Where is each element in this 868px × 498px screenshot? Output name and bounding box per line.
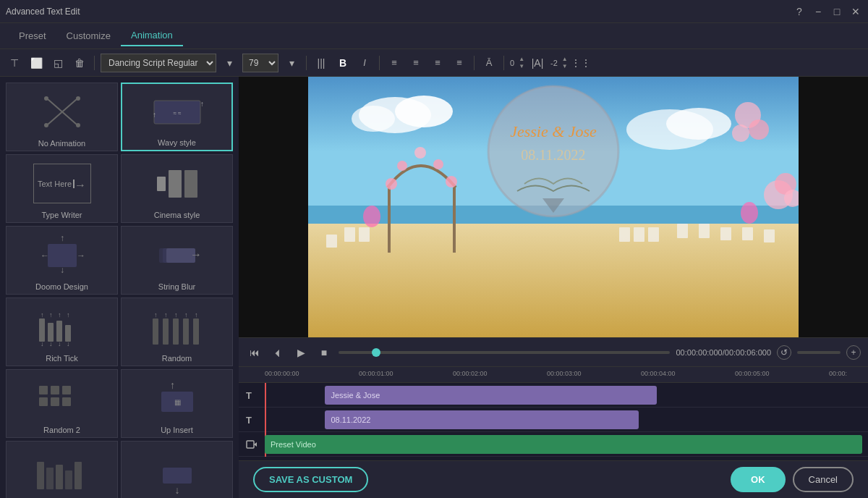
svg-rect-23 (39, 318, 45, 342)
track-content-text-1[interactable]: Jessie & Jose (265, 383, 868, 407)
animation-item-type-writer[interactable]: Text Here → Type Writer (6, 154, 118, 223)
svg-text:↑: ↑ (195, 311, 198, 318)
ok-button[interactable]: OK (731, 467, 786, 492)
delete-icon[interactable]: 🗑 (71, 54, 88, 72)
animation-item-bottom-1[interactable] (6, 441, 118, 498)
animation-item-random-2[interactable]: Random 2 (6, 369, 118, 438)
toolbar: ⊤ ⬜ ◱ 🗑 Dancing Script Regular ▾ 79 ▾ ||… (0, 49, 868, 77)
animation-item-no-animation[interactable]: No Animation (6, 83, 118, 151)
animation-label-string-blur: String Blur (158, 282, 195, 291)
svg-text:≈ ≈: ≈ ≈ (173, 110, 182, 117)
svg-text:→: → (77, 250, 85, 261)
spacing-stepper[interactable]: ▲ ▼ (562, 56, 568, 69)
svg-text:↓: ↓ (60, 265, 64, 275)
crop-icon[interactable]: ⬜ (27, 54, 45, 72)
italic-button[interactable]: I (356, 54, 373, 72)
align-justify-button[interactable]: ≡ (451, 54, 468, 72)
svg-text:↑: ↑ (49, 311, 53, 318)
right-panel: Jessie & Jose 08.11.2022 (239, 77, 868, 498)
clip-jessie-jose[interactable]: Jessie & Jose (325, 386, 657, 405)
track-content-text-2[interactable]: 08.11.2022 (265, 408, 868, 431)
svg-rect-37 (163, 318, 169, 345)
cursor: Text Here (38, 180, 75, 188)
svg-point-70 (433, 159, 443, 169)
separator-4 (474, 56, 475, 70)
animation-panel: No Animation ≈ ≈ ↑ ↑ Wavy style Text Her… (0, 77, 239, 498)
text-spacing-icon[interactable]: ||| (312, 54, 330, 72)
animation-item-wavy-style[interactable]: ≈ ≈ ↑ ↑ Wavy style (121, 83, 233, 151)
svg-point-84 (741, 202, 758, 224)
no-animation-thumb (9, 86, 114, 138)
animation-item-random[interactable]: ↑ ↑ ↑ ↑ ↑ Random (121, 297, 233, 366)
track-row-video: Preset Video (239, 432, 868, 457)
clip-preset-video[interactable]: Preset Video (265, 435, 862, 454)
svg-rect-41 (39, 386, 48, 394)
svg-rect-40 (193, 318, 199, 345)
cancel-button[interactable]: Cancel (793, 467, 854, 492)
random-thumb: ↑ ↑ ↑ ↑ ↑ (124, 301, 229, 353)
animation-item-cinema-style[interactable]: Cinema style (121, 154, 233, 223)
animation-label-random-2: Random 2 (43, 426, 80, 434)
animation-label-wavy-style: Wavy style (158, 138, 196, 147)
svg-point-83 (363, 206, 380, 227)
svg-rect-55 (163, 468, 192, 484)
animation-item-up-insert[interactable]: ↑ ▦ Up Insert (121, 369, 233, 438)
font-size-dropdown-icon[interactable]: ▾ (283, 54, 300, 72)
stroke-button[interactable]: Ā (480, 54, 498, 72)
animation-item-doomo-design[interactable]: ↑ ↓ ← → Doomo Design (6, 226, 118, 295)
fullscreen-button[interactable]: + (846, 345, 861, 360)
svg-point-3 (76, 96, 80, 101)
animation-item-rich-tick[interactable]: ↑ ↑ ↑ ↑ ↓ ↓ ↓ ↓ Rich Tick (6, 297, 118, 366)
minimize-button[interactable]: − (812, 5, 825, 18)
svg-rect-72 (344, 227, 355, 242)
rotation-value: 0 (510, 59, 514, 67)
tab-customize[interactable]: Customize (56, 26, 121, 46)
svg-text:08.11.2022: 08.11.2022 (521, 147, 585, 163)
track-icon-video (239, 439, 265, 450)
transform-icon[interactable]: ⊤ (6, 54, 23, 72)
bold-button[interactable]: B (334, 54, 352, 72)
step-back-button[interactable]: ⏴ (269, 344, 286, 361)
animation-item-bottom-2[interactable]: ↓ (121, 441, 233, 498)
preview-area: Jessie & Jose 08.11.2022 (239, 77, 868, 337)
svg-text:↑: ↑ (41, 311, 44, 318)
svg-text:▦: ▦ (174, 398, 180, 406)
maximize-button[interactable]: □ (830, 5, 843, 18)
separator-3 (379, 56, 380, 70)
close-button[interactable]: ✕ (849, 5, 862, 18)
skip-back-button[interactable]: ⏮ (246, 344, 263, 361)
bottom-1-thumb (9, 444, 114, 498)
animation-label-rich-tick: Rich Tick (46, 354, 78, 363)
animation-label-random: Random (162, 354, 192, 363)
rotation-stepper[interactable]: ▲ ▼ (519, 56, 524, 69)
tab-preset[interactable]: Preset (9, 26, 56, 46)
ruler-mark-3: 00:00:03:00 (547, 370, 582, 377)
stop-button[interactable]: ■ (315, 344, 333, 361)
svg-point-4 (44, 123, 48, 127)
tab-animation[interactable]: Animation (121, 25, 183, 46)
loop-button[interactable]: ↺ (777, 345, 791, 360)
svg-point-5 (76, 123, 80, 127)
svg-point-93 (749, 119, 769, 140)
volume-slider[interactable] (797, 351, 841, 354)
progress-bar[interactable] (339, 351, 670, 354)
separator-2 (306, 56, 307, 70)
play-button[interactable]: ▶ (292, 344, 310, 361)
spacing-icon[interactable]: |A| (529, 54, 546, 72)
animation-item-string-blur[interactable]: → String Blur (121, 226, 233, 295)
clip-date[interactable]: 08.11.2022 (325, 410, 639, 429)
align-left-button[interactable]: ≡ (386, 54, 403, 72)
effects-icon[interactable]: ◱ (49, 54, 67, 72)
align-center-button[interactable]: ≡ (407, 54, 425, 72)
align-right-button[interactable]: ≡ (429, 54, 446, 72)
font-size-selector[interactable]: 79 (242, 54, 278, 72)
separator-1 (94, 56, 95, 70)
svg-text:↑: ↑ (184, 311, 188, 318)
save-custom-button[interactable]: SAVE AS CUSTOM (253, 467, 368, 492)
progress-knob[interactable] (372, 348, 380, 357)
track-content-video[interactable]: Preset Video (265, 432, 868, 456)
more-icon[interactable]: ⋮⋮ (572, 54, 590, 72)
font-dropdown-icon[interactable]: ▾ (221, 54, 238, 72)
font-selector[interactable]: Dancing Script Regular (101, 54, 216, 72)
help-button[interactable]: ? (793, 5, 806, 18)
